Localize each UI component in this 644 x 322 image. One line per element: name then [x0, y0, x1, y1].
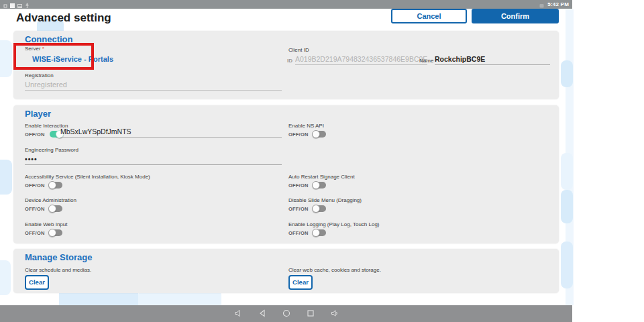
status-notification-icons [3, 0, 30, 11]
home-button[interactable] [282, 310, 290, 318]
client-id-field: A019B2D219A794832436537846E9BC9E [295, 55, 427, 65]
clear-web-button[interactable]: Clear [288, 275, 313, 290]
engineering-password-input[interactable]: •••• [25, 155, 282, 165]
registration-value: Unregistered [25, 80, 282, 90]
client-id-value: A019B2D219A794832436537846E9BC9E [295, 55, 427, 64]
volume-up-button[interactable] [331, 310, 339, 318]
status-time: 5:42 PM [547, 1, 569, 7]
recents-button[interactable] [307, 310, 315, 318]
toggle-knob [48, 229, 56, 237]
manage-storage-section: Manage Storage Clear schedule and medias… [13, 249, 559, 293]
page-title: Advanced setting [16, 11, 111, 25]
clear-media-button[interactable]: Clear [25, 275, 49, 290]
name-value: RockchipBC9E [435, 55, 550, 64]
toggle-state-label: OFF/ON [25, 182, 45, 189]
registration-label: Registration [25, 72, 54, 78]
toggle-knob [312, 130, 320, 138]
toggle-knob [312, 229, 320, 237]
usb-debugging-icon [25, 0, 30, 11]
home-icon [282, 308, 290, 320]
volume-down-icon [234, 308, 242, 320]
disable-slide-menu-label: Disable Slide Menu (Dragging) [288, 197, 362, 203]
recents-icon [307, 308, 315, 320]
app-notification-icon [10, 0, 15, 11]
enable-web-input-toggle[interactable] [50, 229, 62, 236]
clear-web-label: Clear web cache, cookies and storage. [288, 267, 381, 273]
client-id-prefix: ID [287, 58, 292, 64]
toggle-state-label: OFF/ON [288, 230, 309, 236]
app-window: 5:42 PM Advanced setting Cancel Confirm … [0, 0, 572, 322]
enable-web-input-label: Enable Web Input [25, 221, 67, 227]
screen: 5:42 PM Advanced setting Cancel Confirm … [0, 0, 644, 322]
clear-media-label: Clear schedule and medias. [25, 267, 91, 273]
section-title-manage-storage: Manage Storage [25, 252, 92, 262]
toggle-knob [48, 205, 56, 213]
status-bar: 5:42 PM [0, 0, 572, 9]
auto-restart-label: Auto Restart Signage Client [288, 174, 355, 180]
device-administration-toggle[interactable] [50, 205, 62, 212]
toggle-state-label: OFF/ON [288, 131, 309, 138]
volume-up-icon [331, 308, 339, 320]
toggle-state-label: OFF/ON [288, 206, 309, 212]
toggle-state-label: OFF/ON [25, 131, 45, 138]
server-label: Server * [25, 46, 44, 52]
notification-square-icon [3, 0, 7, 11]
engineering-password-value: •••• [25, 155, 282, 164]
toggle-knob [48, 181, 56, 189]
toggle-state-label: OFF/ON [25, 230, 45, 236]
auto-restart-toggle[interactable] [313, 182, 326, 189]
back-icon [258, 308, 266, 320]
enable-ns-api-toggle[interactable] [313, 131, 326, 138]
disable-slide-menu-toggle[interactable] [313, 205, 326, 212]
screenshot-icon [17, 0, 22, 11]
nav-bar [0, 305, 572, 322]
player-section: Player Enable Interaction OFF/ON MbSxLwY… [13, 105, 559, 244]
enable-logging-toggle[interactable] [313, 229, 326, 236]
connection-section: Connection Server * WISE-iService - Port… [13, 31, 559, 99]
device-administration-label: Device Administration [25, 197, 76, 203]
cancel-button[interactable]: Cancel [391, 9, 467, 23]
header: Advanced setting Cancel Confirm [0, 9, 572, 31]
toggle-state-label: OFF/ON [288, 182, 309, 189]
client-id-label: Client ID [288, 47, 309, 53]
accessibility-service-toggle[interactable] [50, 182, 62, 189]
name-input[interactable]: RockchipBC9E [435, 55, 550, 65]
volume-down-button[interactable] [234, 310, 242, 318]
toggle-state-label: OFF/ON [25, 206, 45, 212]
server-field[interactable]: WISE-iService - Portals [32, 55, 113, 63]
toggle-knob [312, 181, 320, 189]
enable-ns-api-label: Enable NS API [288, 123, 324, 129]
toggle-knob [312, 205, 320, 213]
enable-interaction-value-input[interactable]: MbSxLwYSpDfJmNTS [60, 127, 282, 138]
back-button[interactable] [258, 310, 266, 318]
engineering-password-label: Engineering Password [25, 147, 78, 153]
server-required-marker: * [42, 46, 44, 52]
network-status-icon [539, 0, 544, 11]
enable-interaction-value: MbSxLwYSpDfJmNTS [60, 127, 282, 137]
accessibility-service-label: Accessibility Service (Silent Installati… [25, 174, 150, 180]
confirm-button[interactable]: Confirm [472, 9, 559, 23]
registration-field: Unregistered [25, 80, 282, 91]
section-title-connection: Connection [25, 34, 73, 44]
enable-logging-label: Enable Logging (Play Log, Touch Log) [288, 221, 380, 227]
section-title-player: Player [25, 109, 51, 119]
